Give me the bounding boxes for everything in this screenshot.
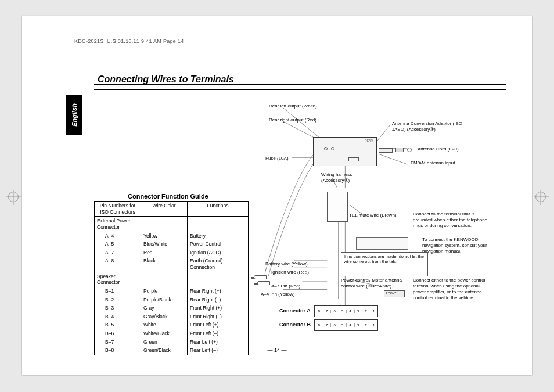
fuse-icon [348, 157, 359, 161]
connector-pin: 8 [315, 323, 323, 327]
connector-pin: 3 [354, 323, 362, 327]
svg-line-5 [379, 154, 408, 164]
table-row: B–1PurpleRear Right (+) [95, 287, 249, 296]
connector-pin: 6 [330, 310, 339, 313]
connector-a-block: 87654321 [314, 305, 378, 317]
table-row: B–6White/BlackFront Left (–) [95, 329, 249, 338]
antenna-cord-plug [407, 148, 412, 152]
lbl-tel-mute: TEL mute wire (Brown) [349, 213, 397, 218]
note-nav: To connect the KENWOOD navigation system… [422, 237, 498, 254]
lbl-a7: A–7 Pin (Red) [271, 283, 300, 289]
lbl-pc-wire: Power control/ Motor antenna control wir… [341, 278, 405, 289]
lbl-a4: A–4 Pin (Yellow) [261, 292, 294, 297]
lbl-conn-b: Connector B [279, 322, 311, 328]
table-row: A–5Blue/WhitePower Control [95, 240, 249, 249]
title-rule-thin [94, 89, 506, 90]
table-row: A–4YellowBattery [95, 232, 249, 240]
lbl-antenna-cord: Antenna Cord (ISO) [418, 146, 459, 152]
table-row: B–4Gray/BlackFront Right (–) [95, 312, 249, 321]
lbl-fmam: FM/AM antenna input [411, 160, 455, 166]
lbl-ignition: Ignition wire (Red) [271, 269, 309, 275]
th-func: Functions [188, 202, 249, 217]
no-connection-warning: If no connections are made, do not let t… [341, 252, 428, 276]
lbl-rear-right: Rear right output (Red) [269, 117, 316, 123]
title-rule-thick [94, 84, 506, 85]
rca-plug-red [257, 281, 270, 285]
lbl-battery: Battery wire (Yellow) [265, 261, 308, 267]
wiring-harness-block [327, 192, 348, 222]
head-unit-rear [313, 137, 377, 166]
print-header: KDC-2021S_U.S 01.10.11 9:41 AM Page 14 [74, 38, 184, 44]
connector-pin: 8 [315, 310, 323, 313]
connector-pin: 2 [362, 310, 370, 313]
rca-jack-right [331, 147, 334, 150]
language-tab: English [66, 95, 82, 135]
lbl-fuse: Fuse (10A) [265, 156, 289, 161]
lbl-conn-a: Connector A [279, 308, 311, 314]
registration-mark-left [8, 192, 19, 202]
connector-pin: 6 [330, 323, 339, 327]
wiring-diagram: Rear left output (White) Rear right outp… [257, 103, 506, 340]
connector-pin: 7 [323, 310, 331, 313]
connector-pin: 1 [370, 310, 378, 313]
lbl-rear-left: Rear left output (White) [269, 103, 317, 109]
navigation-connector [356, 237, 408, 250]
connector-pin: 2 [362, 323, 370, 327]
rca-jack-left [324, 147, 328, 150]
note-pc: Connect either to the power control term… [413, 278, 488, 301]
connector-pin: 5 [339, 323, 347, 327]
connector-function-table: Pin Numbers for ISO Connectors Wire Colo… [94, 201, 249, 355]
th-color: Wire Color [141, 202, 188, 217]
connector-pin: 4 [346, 310, 354, 313]
connector-pin: 7 [323, 323, 331, 327]
connector-pin: 1 [370, 323, 378, 327]
lbl-harness: Wiring harness (Accessory①) [321, 172, 368, 184]
th-pin: Pin Numbers for ISO Connectors [95, 202, 141, 217]
antenna-socket [379, 148, 393, 153]
manual-page: KDC-2021S_U.S 01.10.11 9:41 AM Page 14 C… [22, 16, 532, 375]
connector-pin: 3 [354, 310, 362, 313]
table-row: B–7GreenRear Left (+) [95, 338, 249, 347]
note-tel-mute: Connect to the terminal that is grounded… [413, 211, 488, 229]
registration-mark-right [535, 192, 546, 202]
table-row: B–5WhiteFront Left (+) [95, 321, 249, 329]
connector-b-block: 87654321 [314, 319, 378, 331]
table-title: Connector Function Guide [128, 193, 208, 200]
table-group-heading: Speaker Connector [95, 272, 141, 287]
connector-pin: 5 [339, 310, 347, 313]
table-row: A–7RedIgnition (ACC) [95, 249, 249, 257]
table-row: A–8BlackEarth (Ground) Connection [95, 257, 249, 272]
pcont-tag [384, 290, 405, 297]
svg-line-3 [376, 125, 390, 143]
connector-pin: 4 [346, 323, 354, 327]
rca-plug-white [254, 275, 267, 279]
table-group-heading: External Power Connector [95, 217, 141, 232]
page-number: — 14 — [22, 347, 532, 353]
iso-jaso-adaptor [395, 148, 404, 152]
table-row: B–3GrayFront Right (+) [95, 304, 249, 312]
lbl-antenna-adaptor: Antenna Conversion Adaptor (ISO–JASO) (A… [392, 121, 467, 132]
table-row: B–2Purple/BlackRear Right (–) [95, 296, 249, 304]
